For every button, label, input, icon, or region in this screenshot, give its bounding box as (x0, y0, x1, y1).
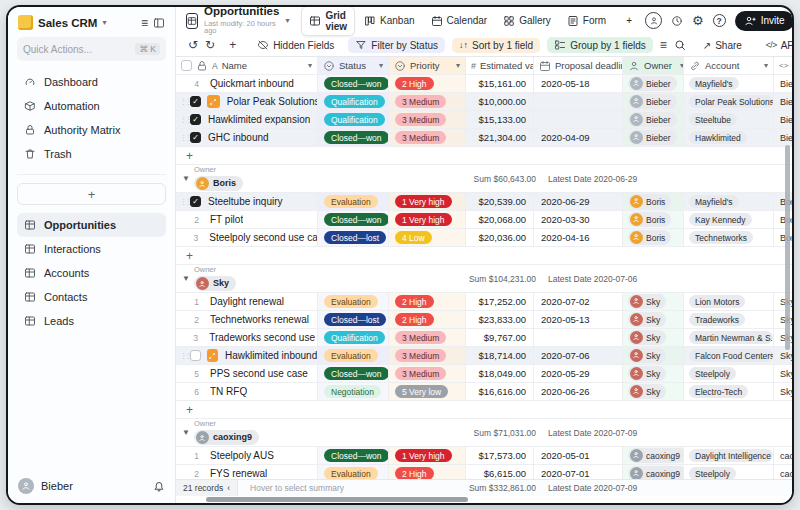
sidebar-table-accounts[interactable]: Accounts (17, 261, 166, 285)
view-tab-form[interactable]: Form (560, 12, 613, 30)
account-cell[interactable]: Tradeworks (684, 311, 774, 329)
owner-cell[interactable]: Boris (623, 193, 684, 211)
column-chevron-down-icon[interactable]: ▾ (456, 61, 460, 70)
status-cell[interactable]: Qualification (318, 329, 389, 347)
status-cell[interactable]: Negotiation (318, 383, 389, 401)
hidden-fields-button[interactable]: Hidden Fields (250, 37, 341, 53)
owner-cell[interactable]: Bieber (623, 93, 684, 111)
estimated-value-cell[interactable]: $10,000.00 (466, 93, 534, 111)
group-collapse-icon[interactable]: ▼ (182, 274, 190, 283)
api-button[interactable]: </>API (759, 38, 794, 53)
account-cell[interactable]: Martin Newman & S... (684, 329, 774, 347)
priority-cell[interactable]: 3 Medium (389, 329, 466, 347)
estimated-value-cell[interactable]: $20,068.00 (466, 211, 534, 229)
account-cell[interactable]: Hawklimited (684, 129, 774, 147)
help-icon[interactable]: ? (713, 14, 726, 27)
ov-cell[interactable]: Bieber (774, 75, 792, 93)
title-chevron-down-icon[interactable]: ▾ (285, 16, 289, 25)
status-cell[interactable]: Qualification (318, 111, 389, 129)
collapse-panel-icon[interactable] (153, 17, 165, 29)
owner-cell[interactable]: Sky (623, 383, 684, 401)
add-row-button[interactable]: + (176, 247, 792, 265)
row-checkbox[interactable]: ✓ (190, 196, 201, 207)
priority-cell[interactable]: 5 Very low (389, 383, 466, 401)
current-user-avatar[interactable] (645, 12, 662, 29)
priority-cell[interactable]: 2 High (389, 465, 466, 479)
row-checkbox[interactable]: ✓ (190, 96, 201, 107)
column-header-estimated-value[interactable]: #Estimated value▾ (466, 57, 534, 75)
sidebar-table-opportunities[interactable]: Opportunities (17, 213, 166, 237)
proposal-deadline-cell[interactable]: 2020-07-01 (534, 465, 623, 479)
sidebar-item-dashboard[interactable]: Dashboard (17, 70, 166, 94)
row-name-cell[interactable]: 2FYS renewal (176, 465, 318, 479)
group-collapse-icon[interactable]: ▼ (182, 428, 190, 437)
group-latest-date[interactable]: Latest Date 2020-06-29 (548, 174, 637, 184)
ov-cell[interactable]: Sky (774, 347, 792, 365)
sidebar-table-contacts[interactable]: Contacts (17, 285, 166, 309)
row-height-icon[interactable]: ≡ (660, 38, 667, 52)
row-checkbox[interactable]: ✓ (190, 132, 201, 143)
status-cell[interactable]: Closed—won (318, 75, 389, 93)
ov-cell[interactable]: Bieber (774, 129, 792, 147)
account-cell[interactable]: Falcon Food Centers (684, 347, 774, 365)
group-button[interactable]: Group by 1 fields (547, 37, 653, 53)
add-row-button[interactable]: + (176, 147, 792, 165)
priority-cell[interactable]: 2 High (389, 311, 466, 329)
sidebar-menu-icon[interactable]: ≡ (141, 16, 148, 30)
view-tab-grid-view[interactable]: Grid view (301, 6, 355, 36)
ov-cell[interactable]: Bieber (774, 93, 792, 111)
row-name-cell[interactable]: 6TN RFQ (176, 383, 318, 401)
group-latest-date[interactable]: Latest Date 2020-07-06 (548, 274, 637, 284)
proposal-deadline-cell[interactable]: 2020-03-30 (534, 211, 623, 229)
estimated-value-cell[interactable]: $18,049.00 (466, 365, 534, 383)
drag-handle-icon[interactable]: ⋮⋮ (180, 352, 187, 360)
group-header-row[interactable]: ▼OwnerSkySum $104,231.00Latest Date 2020… (176, 265, 792, 293)
estimated-value-cell[interactable]: $20,539.00 (466, 193, 534, 211)
proposal-deadline-cell[interactable] (534, 329, 623, 347)
priority-cell[interactable]: 1 Very high (389, 211, 466, 229)
priority-cell[interactable]: 3 Medium (389, 365, 466, 383)
record-count-badge[interactable]: 21 records‹ (176, 480, 238, 496)
column-header-owner[interactable]: Owner▾ (623, 57, 684, 75)
column-chevron-down-icon[interactable]: ▾ (764, 61, 768, 70)
row-name-cell[interactable]: 3Tradeworks second use c... (176, 329, 318, 347)
estimated-value-cell[interactable]: $9,767.00 (466, 329, 534, 347)
group-collapse-icon[interactable]: ▼ (182, 174, 190, 183)
owner-cell[interactable]: Bieber (623, 75, 684, 93)
share-button[interactable]: ↗Share (696, 38, 749, 53)
proposal-deadline-cell[interactable]: 2020-04-16 (534, 229, 623, 247)
invite-button[interactable]: Invite (735, 11, 794, 31)
proposal-deadline-cell[interactable]: 2020-04-09 (534, 129, 623, 147)
group-sum[interactable]: Sum $60,643.00 (394, 174, 536, 184)
drag-handle-icon[interactable]: ⋮⋮ (180, 98, 187, 106)
proposal-deadline-cell[interactable]: 2020-07-02 (534, 293, 623, 311)
priority-cell[interactable]: 3 Medium (389, 347, 466, 365)
owner-cell[interactable]: Boris (623, 229, 684, 247)
status-cell[interactable]: Closed—lost (318, 229, 389, 247)
drag-handle-icon[interactable]: ⋮⋮ (180, 116, 187, 124)
priority-cell[interactable]: 3 Medium (389, 93, 466, 111)
sidebar-item-authority-matrix[interactable]: Authority Matrix (17, 118, 166, 142)
row-checkbox[interactable] (190, 350, 201, 361)
add-record-icon[interactable]: + (229, 38, 236, 52)
ov-cell[interactable]: Sky (774, 365, 792, 383)
vertical-scrollbar[interactable] (785, 145, 790, 350)
owner-cell[interactable]: caoxing9 (623, 465, 684, 479)
proposal-deadline-cell[interactable]: 2020-05-29 (534, 365, 623, 383)
priority-cell[interactable]: 2 High (389, 293, 466, 311)
column-header-ov[interactable]: <>Ov (774, 57, 792, 75)
status-cell[interactable]: Evaluation (318, 347, 389, 365)
estimated-value-cell[interactable]: $20,036.00 (466, 229, 534, 247)
group-latest-date[interactable]: Latest Date 2020-07-09 (548, 428, 637, 438)
proposal-deadline-cell[interactable] (534, 111, 623, 129)
estimated-value-cell[interactable]: $15,161.00 (466, 75, 534, 93)
owner-cell[interactable]: Sky (623, 365, 684, 383)
proposal-deadline-cell[interactable]: 2020-05-13 (534, 311, 623, 329)
add-row-button[interactable]: + (176, 401, 792, 419)
estimated-value-cell[interactable]: $21,304.00 (466, 129, 534, 147)
priority-cell[interactable]: 1 Very high (389, 193, 466, 211)
footer-sum[interactable]: Sum $332,861.00 (394, 483, 536, 493)
priority-cell[interactable]: 4 Low (389, 229, 466, 247)
account-cell[interactable]: Technetworks (684, 229, 774, 247)
account-cell[interactable]: Mayfield's (684, 193, 774, 211)
